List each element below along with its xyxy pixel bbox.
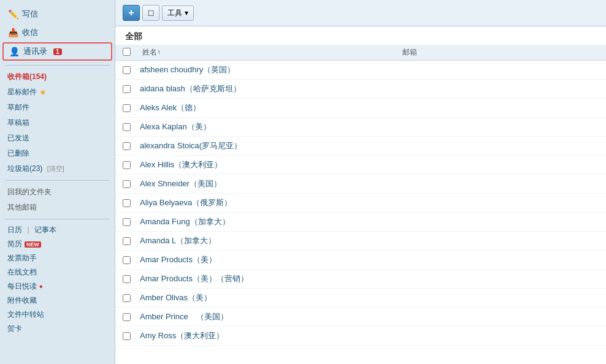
row-check-col	[123, 123, 140, 131]
contact-checkbox-5[interactable]	[123, 161, 131, 169]
contact-name: Aliya Belyaeva（俄罗斯）	[140, 197, 402, 208]
contact-checkbox-3[interactable]	[123, 123, 131, 131]
header-email-col: 邮箱	[402, 47, 599, 58]
sidebar-my-folders[interactable]: 回我的文件夹	[0, 184, 115, 200]
contact-name: Amy Ross（澳大利亚）	[140, 330, 402, 341]
contact-checkbox-2[interactable]	[123, 104, 131, 112]
row-check-col	[123, 313, 140, 321]
starred-label: 星标邮件	[7, 87, 37, 97]
table-header: 姓名↑ 邮箱	[115, 45, 606, 61]
sidebar-attachments[interactable]: 附件收藏	[0, 294, 115, 308]
divider-1	[5, 65, 110, 66]
row-check-col	[123, 85, 140, 93]
row-check-col	[123, 237, 140, 245]
row-check-col	[123, 332, 140, 340]
table-row[interactable]: Amanda L（加拿大）	[115, 232, 606, 251]
row-check-col	[123, 199, 140, 207]
contact-checkbox-10[interactable]	[123, 256, 131, 264]
row-check-col	[123, 142, 140, 150]
sidebar-job[interactable]: 发票助手	[0, 251, 115, 265]
contact-checkbox-6[interactable]	[123, 180, 131, 188]
sidebar-spam[interactable]: 垃圾箱(23) [清空]	[0, 161, 115, 176]
toolbar: + □ 工具 ▾	[115, 0, 606, 26]
contact-checkbox-12[interactable]	[123, 294, 131, 302]
inbox-label: 收信	[22, 27, 38, 38]
compose-icon: ✏️	[7, 9, 18, 20]
table-row[interactable]: Aleks Alek（德）	[115, 99, 606, 118]
sidebar-templates[interactable]: 草稿箱	[0, 115, 115, 131]
spam-clear-link[interactable]: [清空]	[47, 165, 64, 172]
divider-2	[5, 180, 110, 181]
contact-checkbox-11[interactable]	[123, 275, 131, 283]
table-row[interactable]: afsheen choudhry（英国）	[115, 61, 606, 80]
table-row[interactable]: Alex Hillis（澳大利亚）	[115, 156, 606, 175]
contact-name: Amber Prince （美国）	[140, 311, 402, 322]
sidebar-resume[interactable]: 简历 NEW	[0, 237, 115, 251]
compose-label: 写信	[22, 9, 38, 20]
table-row[interactable]: alexandra Stoica(罗马尼亚）	[115, 137, 606, 156]
divider-3	[5, 219, 110, 219]
sidebar-item-contacts[interactable]: 👤 通讯录 1	[2, 42, 112, 61]
contact-name: Amar Products（美）（营销）	[140, 273, 402, 284]
tools-dropdown-button[interactable]: 工具 ▾	[162, 6, 194, 21]
table-row[interactable]: Aliya Belyaeva（俄罗斯）	[115, 194, 606, 213]
sidebar-item-compose[interactable]: ✏️ 写信	[0, 5, 115, 23]
sidebar-starred[interactable]: 星标邮件 ★	[0, 85, 115, 100]
sidebar: ✏️ 写信 📥 收信 👤 通讯录 1 收件箱(154) 星标邮件 ★ 草邮件 草…	[0, 0, 115, 364]
contact-checkbox-7[interactable]	[123, 199, 131, 207]
table-row[interactable]: Amar Products（美）（营销）	[115, 270, 606, 289]
table-row[interactable]: Alexa Kaplan（美）	[115, 118, 606, 137]
table-row[interactable]: Alex Shneider（美国）	[115, 175, 606, 194]
table-row[interactable]: Amber Olivas（美）	[115, 289, 606, 308]
contact-checkbox-1[interactable]	[123, 85, 131, 93]
contact-checkbox-14[interactable]	[123, 332, 131, 340]
daily-dot: •	[39, 282, 43, 292]
sidebar-item-inbox[interactable]: 📥 收信	[0, 23, 115, 42]
row-check-col	[123, 275, 140, 283]
table-row[interactable]: Amber Prince （美国）	[115, 308, 606, 327]
contact-checkbox-8[interactable]	[123, 218, 131, 226]
contact-name: Alexa Kaplan（美）	[140, 121, 402, 132]
sidebar-drafts[interactable]: 草邮件	[0, 100, 115, 115]
contacts-list: afsheen choudhry（英国） aidana blash（哈萨克斯坦）…	[115, 61, 606, 346]
contact-name: Alex Shneider（美国）	[140, 178, 402, 189]
row-check-col	[123, 104, 140, 112]
table-row[interactable]: Amanda Fung（加拿大）	[115, 213, 606, 232]
main-content: + □ 工具 ▾ 全部 姓名↑ 邮箱	[115, 0, 606, 364]
contact-name: alexandra Stoica(罗马尼亚）	[140, 140, 402, 151]
row-check-col	[123, 218, 140, 226]
sidebar-inbox-count[interactable]: 收件箱(154)	[0, 69, 115, 85]
table-row[interactable]: Amy Ross（澳大利亚）	[115, 327, 606, 346]
contact-name: Amar Products（美）	[140, 254, 402, 265]
sidebar-deleted[interactable]: 已删除	[0, 146, 115, 161]
sidebar-card[interactable]: 贺卡	[0, 322, 115, 336]
star-icon: ★	[39, 88, 47, 97]
sidebar-transfer[interactable]: 文件中转站	[0, 308, 115, 322]
sidebar-daily[interactable]: 每日悦读 •	[0, 279, 115, 294]
contact-name: Amber Olivas（美）	[140, 292, 402, 303]
resume-new-badge: NEW	[25, 241, 41, 248]
table-row[interactable]: aidana blash（哈萨克斯坦）	[115, 80, 606, 99]
sidebar-calendar[interactable]: 日历 ｜ 记事本	[0, 223, 115, 237]
inbox-icon: 📥	[7, 27, 18, 38]
contact-name: aidana blash（哈萨克斯坦）	[140, 83, 402, 94]
contact-checkbox-13[interactable]	[123, 313, 131, 321]
header-name-col[interactable]: 姓名↑	[140, 47, 402, 58]
sidebar-sent[interactable]: 已发送	[0, 131, 115, 146]
contacts-badge: 1	[53, 48, 62, 55]
section-title: 全部	[115, 26, 606, 45]
contacts-table[interactable]: 姓名↑ 邮箱 afsheen choudhry（英国） aidana blash…	[115, 45, 606, 364]
row-check-col	[123, 66, 140, 74]
row-check-col	[123, 256, 140, 264]
sidebar-other-mail[interactable]: 其他邮箱	[0, 200, 115, 215]
sidebar-docs[interactable]: 在线文档	[0, 265, 115, 279]
select-all-checkbox[interactable]	[123, 48, 131, 56]
contact-checkbox-9[interactable]	[123, 237, 131, 245]
contact-checkbox-4[interactable]	[123, 142, 131, 150]
contact-checkbox-0[interactable]	[123, 66, 131, 74]
table-row[interactable]: Amar Products（美）	[115, 251, 606, 270]
tools-arrow-icon: ▾	[185, 9, 188, 17]
add-contact-button[interactable]: +	[123, 5, 140, 21]
square-button[interactable]: □	[142, 5, 159, 21]
row-check-col	[123, 161, 140, 169]
